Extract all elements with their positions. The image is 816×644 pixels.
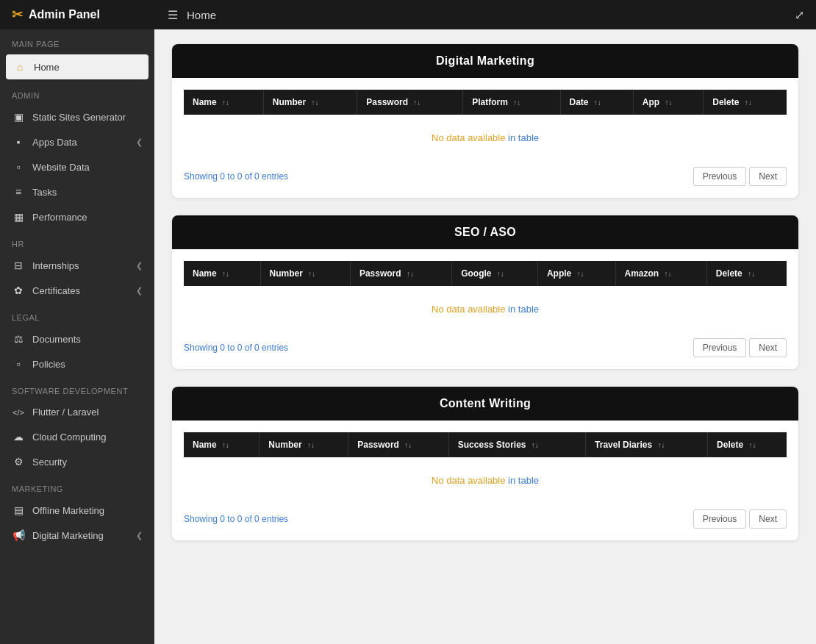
apps-data-icon: ▪ — [12, 136, 25, 148]
section-label-software: Software Development — [0, 376, 154, 400]
sidebar-item-home[interactable]: ⌂ Home — [6, 54, 148, 79]
table-row: No data available in table — [184, 286, 787, 332]
col-delete[interactable]: Delete ↑↓ — [704, 90, 787, 115]
sidebar-item-documents[interactable]: ⚖ Documents — [0, 326, 154, 351]
col-amazon[interactable]: Amazon ↑↓ — [615, 261, 706, 286]
static-sites-icon: ▣ — [12, 111, 25, 123]
sidebar-item-cloud-label: Cloud Computing — [32, 432, 106, 443]
sort-delete-seo-icon: ↑↓ — [748, 270, 755, 278]
documents-icon: ⚖ — [12, 333, 25, 345]
sort-apple-icon: ↑↓ — [577, 270, 584, 278]
sidebar-item-static-sites-label: Static Sites Generator — [32, 112, 126, 123]
topbar: ✂ Admin Panel ☰ Home ⤢ — [0, 0, 816, 29]
previous-button-cw[interactable]: Previous — [693, 509, 747, 529]
sidebar-item-apps-data-label: Apps Data — [32, 137, 77, 148]
sidebar-item-policies-label: Policies — [32, 359, 65, 370]
in-table-text: in table — [508, 132, 539, 143]
table-row: No data available in table — [184, 115, 787, 161]
next-button-seo[interactable]: Next — [749, 338, 787, 357]
expand-icon[interactable]: ⤢ — [795, 8, 804, 22]
col-date[interactable]: Date ↑↓ — [560, 90, 633, 115]
seo-aso-table: Name ↑↓ Number ↑↓ Password ↑↓ Google ↑↓ … — [184, 261, 787, 332]
sidebar-item-apps-data[interactable]: ▪ Apps Data ❮ — [0, 129, 154, 154]
sort-travel-icon: ↑↓ — [657, 441, 665, 449]
seo-aso-footer: Showing 0 to 0 of 0 entries Previous Nex… — [184, 332, 787, 357]
section-label-main-page: Main Page — [0, 29, 154, 53]
seo-aso-body: Name ↑↓ Number ↑↓ Password ↑↓ Google ↑↓ … — [172, 249, 798, 369]
col-password-cw[interactable]: Password ↑↓ — [348, 432, 449, 457]
cloud-icon: ☁ — [12, 431, 25, 443]
sidebar-item-flutter-label: Flutter / Laravel — [32, 407, 99, 418]
previous-button[interactable]: Previous — [693, 167, 747, 186]
sidebar-item-cloud-computing[interactable]: ☁ Cloud Computing — [0, 424, 154, 449]
col-delete-seo[interactable]: Delete ↑↓ — [706, 261, 787, 286]
digital-marketing-card: Digital Marketing Name ↑↓ Number ↑↓ Pass… — [172, 44, 798, 198]
performance-icon: ▦ — [12, 211, 25, 223]
col-number-seo[interactable]: Number ↑↓ — [260, 261, 350, 286]
col-delete-cw[interactable]: Delete ↑↓ — [708, 432, 787, 457]
sidebar-item-flutter-laravel[interactable]: </> Flutter / Laravel — [0, 400, 154, 424]
col-app[interactable]: App ↑↓ — [633, 90, 703, 115]
hamburger-icon[interactable]: ☰ — [168, 8, 178, 22]
sidebar-item-offline-label: Offline Marketing — [32, 505, 104, 516]
sidebar-section-admin: Admin ▣ Static Sites Generator ▪ Apps Da… — [0, 81, 154, 229]
sidebar-item-certificates[interactable]: ✿ Certificates ❮ — [0, 278, 154, 303]
col-number-cw[interactable]: Number ↑↓ — [260, 432, 348, 457]
previous-button-seo[interactable]: Previous — [693, 338, 747, 357]
showing-entries-text: Showing 0 to 0 of 0 entries — [184, 171, 288, 182]
digital-marketing-icon: 📢 — [12, 529, 25, 541]
sidebar-item-tasks[interactable]: ≡ Tasks — [0, 179, 154, 204]
sort-delete-icon: ↑↓ — [745, 99, 752, 107]
seo-aso-card: SEO / ASO Name ↑↓ Number ↑↓ Password ↑↓ … — [172, 215, 798, 369]
col-password[interactable]: Password ↑↓ — [357, 90, 463, 115]
col-apple[interactable]: Apple ↑↓ — [537, 261, 615, 286]
sidebar-item-website-data[interactable]: ▫ Website Data — [0, 154, 154, 179]
certificates-icon: ✿ — [12, 285, 25, 296]
sidebar-section-hr: HR ⊟ Internships ❮ ✿ Certificates ❮ — [0, 229, 154, 303]
next-button[interactable]: Next — [749, 167, 787, 186]
sidebar-item-performance[interactable]: ▦ Performance — [0, 204, 154, 229]
sidebar-item-documents-label: Documents — [32, 334, 81, 345]
sort-name-seo-icon: ↑↓ — [222, 270, 229, 278]
flutter-icon: </> — [12, 408, 25, 417]
sort-password-seo-icon: ↑↓ — [407, 270, 414, 278]
sidebar: Main Page ⌂ Home Admin ▣ Static Sites Ge… — [0, 29, 154, 644]
no-data-text: No data available — [432, 132, 508, 143]
col-name-cw[interactable]: Name ↑↓ — [184, 432, 260, 457]
digital-marketing-title: Digital Marketing — [172, 44, 798, 78]
sidebar-item-home-label: Home — [34, 62, 60, 73]
sort-amazon-icon: ↑↓ — [665, 270, 672, 278]
sort-number-icon: ↑↓ — [312, 99, 319, 107]
sidebar-item-tasks-label: Tasks — [32, 187, 57, 198]
sidebar-section-software: Software Development </> Flutter / Larav… — [0, 376, 154, 474]
col-number[interactable]: Number ↑↓ — [263, 90, 357, 115]
col-google[interactable]: Google ↑↓ — [452, 261, 538, 286]
brand: ✂ Admin Panel — [12, 7, 159, 23]
section-label-marketing: Marketing — [0, 474, 154, 498]
pagination-seo: Previous Next — [693, 338, 787, 357]
internships-arrow-icon: ❮ — [136, 261, 143, 271]
col-name-seo[interactable]: Name ↑↓ — [184, 261, 260, 286]
next-button-cw[interactable]: Next — [749, 509, 787, 529]
sidebar-item-internships-label: Internships — [32, 260, 79, 271]
tasks-icon: ≡ — [12, 186, 25, 198]
col-travel-diaries[interactable]: Travel Diaries ↑↓ — [586, 432, 708, 457]
col-success-stories[interactable]: Success Stories ↑↓ — [448, 432, 585, 457]
scissors-icon: ✂ — [12, 7, 23, 23]
section-label-legal: Legal — [0, 303, 154, 326]
sidebar-item-digital-marketing[interactable]: 📢 Digital Marketing ❮ — [0, 523, 154, 548]
content-writing-footer: Showing 0 to 0 of 0 entries Previous Nex… — [184, 504, 787, 529]
sidebar-item-policies[interactable]: ▫ Policies — [0, 351, 154, 376]
content-writing-title: Content Writing — [172, 387, 798, 421]
sort-number-cw-icon: ↑↓ — [307, 441, 315, 449]
col-name[interactable]: Name ↑↓ — [184, 90, 263, 115]
sidebar-item-offline-marketing[interactable]: ▤ Offline Marketing — [0, 498, 154, 523]
sidebar-item-internships[interactable]: ⊟ Internships ❮ — [0, 253, 154, 278]
sidebar-item-static-sites[interactable]: ▣ Static Sites Generator — [0, 104, 154, 129]
sidebar-item-security[interactable]: ⚙ Security — [0, 449, 154, 474]
col-password-seo[interactable]: Password ↑↓ — [350, 261, 451, 286]
pagination: Previous Next — [693, 167, 787, 186]
no-data-text-cw: No data available — [432, 475, 508, 486]
sidebar-item-website-data-label: Website Data — [32, 162, 90, 173]
col-platform[interactable]: Platform ↑↓ — [463, 90, 560, 115]
